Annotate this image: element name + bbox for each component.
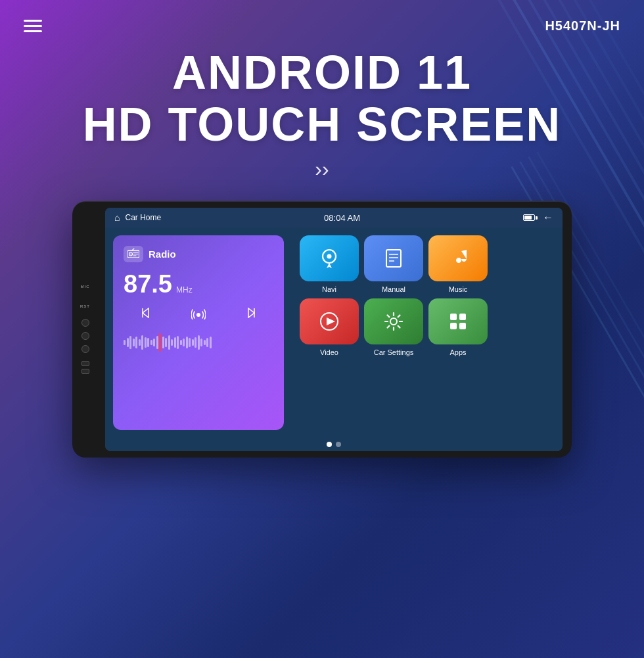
radio-widget: Radio 87.5 MHz	[113, 235, 284, 430]
svg-rect-14	[386, 250, 401, 267]
svg-rect-23	[450, 323, 457, 329]
app-name-car-settings: Car Settings	[374, 348, 414, 356]
radio-frequency-row: 87.5 MHz	[124, 270, 273, 298]
app-item-apps[interactable]: Apps	[428, 298, 488, 356]
app-item-manual[interactable]: Manual	[364, 235, 423, 293]
app-row-2: Video Car Settings	[300, 298, 555, 356]
svg-rect-21	[450, 314, 457, 320]
svg-rect-24	[459, 323, 466, 329]
wave-bar	[168, 335, 170, 350]
power-button[interactable]	[81, 319, 89, 327]
next-track-button[interactable]	[242, 308, 255, 321]
back-button[interactable]: ←	[543, 212, 553, 223]
back-side-button[interactable]	[81, 345, 89, 353]
side-controls: MIC RST	[80, 285, 90, 374]
scroll-down-icon: ››	[0, 157, 644, 181]
svg-marker-10	[248, 308, 254, 317]
svg-marker-7	[143, 308, 149, 317]
svg-point-20	[390, 318, 397, 325]
radio-label: Radio	[149, 248, 176, 260]
wave-bar	[124, 340, 126, 345]
wave-bar	[204, 340, 206, 345]
battery-body	[523, 214, 535, 221]
pagination-dot-2[interactable]	[336, 442, 341, 447]
app-name-video: Video	[320, 348, 338, 356]
rst-label: RST	[80, 304, 90, 308]
app-item-music[interactable]: Music	[428, 235, 488, 293]
apps-icon	[428, 298, 488, 344]
volume-up-button[interactable]	[81, 361, 89, 366]
app-item-video[interactable]: Video	[300, 298, 359, 356]
app-item-car-settings[interactable]: Car Settings	[364, 298, 423, 356]
status-left: ⌂ Car Home	[114, 212, 161, 223]
app-name: Car Home	[125, 213, 161, 222]
wave-bar	[206, 338, 208, 347]
model-number: H5407N-JH	[545, 18, 620, 34]
hero-section: ANDROID 11 HD TOUCH SCREEN ››	[0, 47, 644, 181]
manual-icon	[364, 235, 423, 281]
wave-bar	[200, 339, 202, 346]
wave-bar	[156, 336, 158, 349]
wave-bar	[195, 337, 196, 348]
wave-bar	[129, 336, 131, 349]
wave-bar	[210, 337, 212, 348]
menu-line-1	[24, 20, 42, 22]
pagination	[105, 438, 563, 451]
app-item-navi[interactable]: Navi	[300, 235, 359, 293]
battery-fill	[524, 216, 532, 220]
app-name-manual: Manual	[382, 285, 405, 293]
radio-unit: MHz	[176, 285, 193, 294]
hero-line1: ANDROID 11	[0, 47, 644, 99]
volume-controls	[81, 361, 89, 374]
menu-button[interactable]	[24, 20, 42, 32]
battery-icon	[523, 214, 538, 221]
volume-down-button[interactable]	[81, 369, 89, 374]
navi-icon	[300, 235, 359, 281]
svg-point-13	[327, 254, 332, 259]
page-header: H5407N-JH	[0, 0, 644, 34]
home-side-button[interactable]	[81, 332, 89, 340]
svg-marker-19	[327, 317, 335, 325]
status-right: ←	[523, 212, 553, 223]
wave-bar	[147, 338, 149, 347]
main-content: Radio 87.5 MHz	[105, 227, 563, 438]
wave-bar	[174, 337, 176, 348]
battery-tip	[536, 216, 538, 220]
device-mockup: MIC RST ⌂ Car Home 08:04 AM	[0, 201, 644, 458]
hero-line2: HD TOUCH SCREEN	[0, 99, 644, 151]
prev-track-button[interactable]	[142, 308, 155, 321]
svg-point-2	[130, 254, 131, 255]
wave-bar	[183, 339, 185, 346]
app-name-music: Music	[449, 285, 468, 293]
menu-line-2	[24, 25, 42, 27]
wave-bar	[145, 337, 147, 348]
radio-header: Radio	[124, 246, 273, 262]
wave-bar	[192, 339, 194, 346]
broadcast-button[interactable]	[191, 306, 206, 323]
hero-title: ANDROID 11 HD TOUCH SCREEN	[0, 47, 644, 151]
radio-frequency: 87.5	[124, 270, 172, 298]
wave-bar	[162, 337, 164, 348]
wave-bar-active	[159, 333, 161, 352]
pagination-dot-1[interactable]	[327, 442, 332, 447]
app-name-navi: Navi	[322, 285, 336, 293]
music-icon	[428, 235, 488, 281]
wave-bar	[127, 338, 129, 347]
video-icon	[300, 298, 359, 344]
wave-bar	[180, 340, 182, 345]
wave-bar	[139, 339, 141, 346]
mic-label: MIC	[81, 285, 90, 289]
wave-bar	[165, 338, 167, 347]
wave-bar	[198, 335, 200, 350]
wave-bar	[153, 339, 155, 346]
app-name-apps: Apps	[449, 348, 466, 356]
wave-bar	[141, 335, 143, 350]
status-time: 08:04 AM	[324, 213, 360, 223]
wave-bar	[177, 336, 179, 349]
wave-bar	[133, 339, 135, 346]
app-grid: Navi Manual	[292, 227, 563, 438]
home-icon: ⌂	[114, 212, 120, 223]
svg-rect-22	[459, 314, 466, 320]
screen: ⌂ Car Home 08:04 AM ←	[105, 208, 563, 451]
wave-bar	[135, 337, 137, 348]
